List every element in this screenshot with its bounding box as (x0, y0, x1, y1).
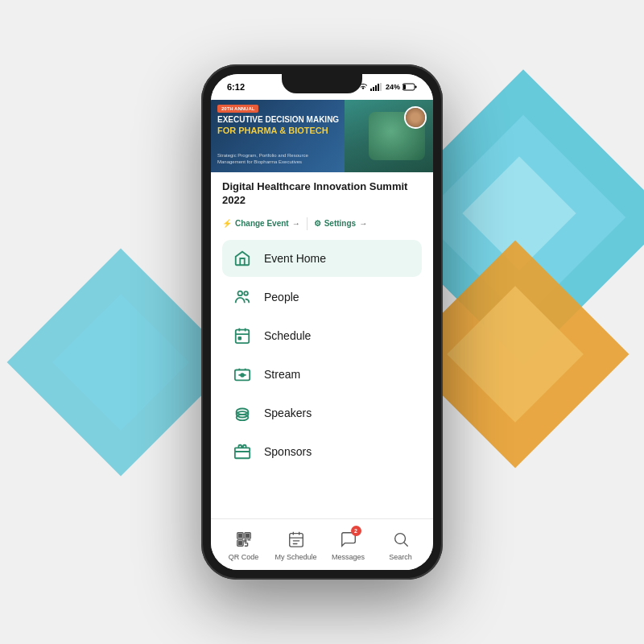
settings-label: Settings (324, 219, 356, 228)
menu-item-schedule[interactable]: Schedule (222, 317, 422, 354)
search-icon (390, 528, 412, 551)
change-event-label: Change Event (235, 219, 289, 228)
svg-rect-2 (375, 85, 377, 91)
people-label: People (264, 291, 299, 303)
svg-rect-3 (378, 84, 379, 91)
battery-icon (402, 83, 417, 91)
my-schedule-icon (285, 528, 308, 551)
svg-rect-6 (415, 86, 417, 89)
menu-item-stream[interactable]: Stream (222, 356, 422, 393)
calendar-icon (232, 325, 253, 346)
battery-label: 24% (386, 83, 400, 91)
svg-rect-1 (373, 87, 374, 91)
stream-label: Stream (264, 368, 300, 381)
stream-icon (232, 364, 253, 385)
svg-rect-25 (289, 534, 303, 547)
sponsors-icon (232, 441, 253, 462)
event-title: Digital Healthcare Innovation Summit 202… (222, 180, 422, 208)
event-home-label: Event Home (264, 252, 326, 265)
svg-point-26 (394, 534, 405, 544)
svg-point-9 (244, 291, 248, 295)
qr-code-icon (233, 528, 255, 551)
speakers-icon (232, 402, 253, 423)
menu-list: Event Home People (211, 235, 433, 518)
svg-rect-20 (238, 535, 242, 538)
nav-search[interactable]: Search (374, 528, 427, 561)
nav-qr-code[interactable]: QR Code (217, 528, 270, 561)
nav-messages[interactable]: 2 Messages (322, 528, 374, 561)
event-title-section: Digital Healthcare Innovation Summit 202… (211, 172, 433, 213)
speakers-label: Speakers (264, 407, 312, 419)
svg-rect-0 (370, 89, 372, 91)
settings-icon: ⚙ (314, 219, 321, 228)
action-buttons: ⚡ Change Event → ⚙ Settings → (211, 213, 433, 235)
messages-badge: 2 (351, 526, 361, 536)
status-time: 6:12 (227, 82, 245, 92)
svg-point-13 (241, 374, 244, 377)
event-banner: 20TH ANNUAL EXECUTIVE DECISION MAKING FO… (211, 100, 433, 172)
svg-point-8 (238, 291, 243, 295)
search-label: Search (389, 553, 412, 561)
bottom-nav: QR Code My Schedule (211, 518, 433, 570)
menu-item-people[interactable]: People (222, 279, 422, 316)
svg-rect-22 (246, 535, 249, 538)
change-event-arrow: → (292, 219, 300, 228)
messages-label: Messages (332, 553, 365, 561)
menu-item-sponsors[interactable]: Sponsors (222, 433, 422, 470)
banner-title: EXECUTIVE DECISION MAKING FOR PHARMA & B… (217, 114, 346, 137)
people-icon (232, 287, 253, 308)
menu-item-event-home[interactable]: Event Home (222, 240, 422, 277)
qr-code-label: QR Code (229, 553, 259, 561)
svg-rect-11 (238, 337, 241, 340)
settings-arrow: → (359, 219, 367, 228)
nav-my-schedule[interactable]: My Schedule (270, 528, 322, 561)
notch (282, 74, 362, 93)
signal-icon (370, 83, 383, 91)
banner-subtitle: Strategic Program, Portfolio and Resourc… (217, 153, 330, 166)
screen-content: 20TH ANNUAL EXECUTIVE DECISION MAKING FO… (211, 100, 433, 570)
settings-button[interactable]: ⚙ Settings → (314, 217, 367, 230)
svg-rect-10 (236, 329, 250, 343)
phone-frame: 6:12 24% (201, 64, 443, 580)
action-divider (307, 217, 308, 230)
schedule-label: Schedule (264, 329, 311, 342)
svg-rect-4 (380, 83, 382, 91)
svg-rect-24 (238, 542, 242, 545)
status-icons: 24% (358, 83, 417, 91)
home-icon (232, 248, 253, 269)
change-event-button[interactable]: ⚡ Change Event → (222, 217, 300, 230)
lightning-icon: ⚡ (222, 219, 232, 228)
phone-screen: 6:12 24% (211, 74, 433, 570)
my-schedule-label: My Schedule (275, 553, 316, 561)
menu-item-speakers[interactable]: Speakers (222, 394, 422, 431)
svg-rect-18 (235, 452, 250, 458)
banner-tag: 20TH ANNUAL (217, 105, 258, 113)
banner-avatar (404, 106, 427, 129)
sponsors-label: Sponsors (264, 445, 312, 458)
messages-icon: 2 (337, 528, 360, 551)
svg-rect-7 (403, 85, 406, 89)
